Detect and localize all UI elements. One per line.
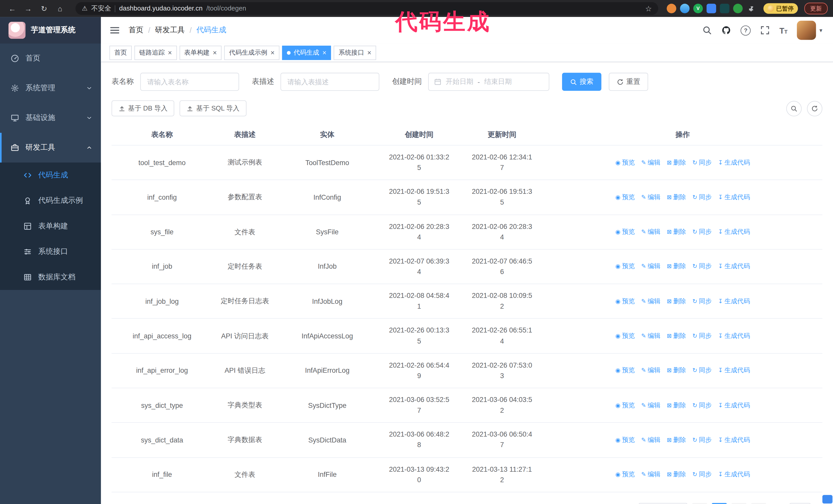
sidebar-item-codegen-example[interactable]: 代码生成示例: [0, 188, 101, 213]
sidebar-item-db-doc[interactable]: 数据库文档: [0, 265, 101, 290]
generate-code-link[interactable]: ↧生成代码: [718, 366, 750, 375]
delete-link[interactable]: ⊠删除: [667, 262, 686, 271]
extension-icon[interactable]: [733, 4, 742, 13]
extension-icon[interactable]: [720, 4, 730, 13]
tab-trace[interactable]: 链路追踪 ×: [134, 45, 176, 60]
sidebar-item-system-api[interactable]: 系统接口: [0, 239, 101, 264]
sync-link[interactable]: ↻同步: [692, 227, 712, 236]
generate-code-link[interactable]: ↧生成代码: [718, 297, 750, 306]
edit-link[interactable]: ✎编辑: [641, 366, 660, 375]
help-icon[interactable]: ?: [741, 25, 751, 35]
table-name-input[interactable]: [140, 73, 239, 91]
toggle-search-button[interactable]: [786, 101, 802, 116]
sync-link[interactable]: ↻同步: [692, 297, 712, 306]
browser-back-button[interactable]: ←: [5, 2, 19, 16]
generate-code-link[interactable]: ↧生成代码: [718, 227, 750, 236]
delete-link[interactable]: ⊠删除: [667, 193, 686, 202]
sync-link[interactable]: ↻同步: [692, 470, 712, 479]
edit-link[interactable]: ✎编辑: [641, 332, 660, 340]
preview-link[interactable]: ◉预览: [615, 262, 635, 271]
edit-link[interactable]: ✎编辑: [641, 262, 660, 271]
browser-forward-button[interactable]: →: [21, 2, 35, 16]
delete-link[interactable]: ⊠删除: [667, 366, 686, 375]
delete-link[interactable]: ⊠删除: [667, 401, 686, 410]
reset-button[interactable]: 重置: [609, 73, 648, 91]
avatar[interactable]: [797, 21, 816, 40]
edit-link[interactable]: ✎编辑: [641, 470, 660, 479]
back-to-top-button[interactable]: [823, 495, 832, 503]
sync-link[interactable]: ↻同步: [692, 262, 712, 271]
search-button[interactable]: 搜索: [562, 73, 601, 91]
edit-link[interactable]: ✎编辑: [641, 227, 660, 236]
paused-badge[interactable]: 已暂停: [763, 3, 798, 14]
page-size-select[interactable]: 10条/页 ▾: [639, 503, 687, 504]
github-icon[interactable]: [721, 25, 731, 35]
import-db-button[interactable]: 基于 DB 导入: [112, 100, 174, 116]
tab-codegen[interactable]: 代码生成 ×: [282, 45, 331, 60]
extension-icon[interactable]: [680, 4, 689, 13]
sync-link[interactable]: ↻同步: [692, 332, 712, 340]
address-bar[interactable]: ⚠ 不安全 dashboard.yudao.iocoder.cn /tool/c…: [75, 2, 658, 15]
extensions-puzzle-icon[interactable]: [746, 4, 756, 13]
delete-link[interactable]: ⊠删除: [667, 436, 686, 445]
generate-code-link[interactable]: ↧生成代码: [718, 158, 750, 167]
page-button-2[interactable]: 2: [732, 503, 746, 504]
preview-link[interactable]: ◉预览: [615, 227, 635, 236]
date-range-picker[interactable]: 开始日期 - 结束日期: [428, 73, 549, 91]
generate-code-link[interactable]: ↧生成代码: [718, 262, 750, 271]
preview-link[interactable]: ◉预览: [615, 158, 635, 167]
sidebar-item-infrastructure[interactable]: 基础设施: [0, 103, 101, 133]
delete-link[interactable]: ⊠删除: [667, 227, 686, 236]
preview-link[interactable]: ◉预览: [615, 401, 635, 410]
tab-form-builder[interactable]: 表单构建 ×: [180, 45, 222, 60]
extension-icon[interactable]: [707, 4, 716, 13]
bookmark-star-icon[interactable]: ☆: [645, 4, 652, 13]
close-icon[interactable]: ×: [213, 49, 217, 56]
preview-link[interactable]: ◉预览: [615, 470, 635, 479]
browser-refresh-button[interactable]: ↻: [37, 2, 51, 16]
tab-codegen-example[interactable]: 代码生成示例 ×: [224, 45, 279, 60]
search-icon[interactable]: [702, 25, 712, 35]
tab-system-api[interactable]: 系统接口 ×: [334, 45, 376, 60]
browser-update-button[interactable]: 更新: [804, 3, 828, 14]
edit-link[interactable]: ✎编辑: [641, 401, 660, 410]
font-size-icon[interactable]: TT: [780, 26, 788, 34]
sidebar-item-dev-tools[interactable]: 研发工具: [0, 133, 101, 163]
sidebar-item-system-management[interactable]: 系统管理: [0, 73, 101, 103]
refresh-table-button[interactable]: [807, 101, 822, 116]
browser-home-button[interactable]: ⌂: [53, 2, 67, 16]
sidebar-logo[interactable]: 芋道管理系统: [0, 17, 101, 44]
delete-link[interactable]: ⊠删除: [667, 470, 686, 479]
close-icon[interactable]: ×: [168, 49, 172, 56]
generate-code-link[interactable]: ↧生成代码: [718, 332, 750, 340]
preview-link[interactable]: ◉预览: [615, 193, 635, 202]
preview-link[interactable]: ◉预览: [615, 297, 635, 306]
goto-page-input[interactable]: [789, 503, 811, 504]
user-menu[interactable]: ▾: [797, 21, 823, 40]
close-icon[interactable]: ×: [367, 49, 372, 56]
hamburger-icon[interactable]: [110, 25, 120, 35]
sync-link[interactable]: ↻同步: [692, 366, 712, 375]
prev-page-button[interactable]: ‹: [692, 503, 707, 504]
edit-link[interactable]: ✎编辑: [641, 193, 660, 202]
sync-link[interactable]: ↻同步: [692, 158, 712, 167]
sidebar-item-form-builder[interactable]: 表单构建: [0, 214, 101, 239]
edit-link[interactable]: ✎编辑: [641, 158, 660, 167]
breadcrumb-dev-tools[interactable]: 研发工具: [155, 25, 185, 35]
delete-link[interactable]: ⊠删除: [667, 332, 686, 340]
preview-link[interactable]: ◉预览: [615, 366, 635, 375]
close-icon[interactable]: ×: [270, 49, 275, 56]
tab-home[interactable]: 首页: [110, 45, 132, 60]
extension-icon[interactable]: V: [693, 4, 703, 13]
generate-code-link[interactable]: ↧生成代码: [718, 193, 750, 202]
delete-link[interactable]: ⊠删除: [667, 158, 686, 167]
edit-link[interactable]: ✎编辑: [641, 436, 660, 445]
generate-code-link[interactable]: ↧生成代码: [718, 436, 750, 445]
preview-link[interactable]: ◉预览: [615, 332, 635, 340]
close-icon[interactable]: ×: [323, 49, 327, 56]
extension-icon[interactable]: [667, 4, 676, 13]
generate-code-link[interactable]: ↧生成代码: [718, 401, 750, 410]
page-button-1[interactable]: 1: [712, 503, 727, 504]
sync-link[interactable]: ↻同步: [692, 436, 712, 445]
edit-link[interactable]: ✎编辑: [641, 297, 660, 306]
